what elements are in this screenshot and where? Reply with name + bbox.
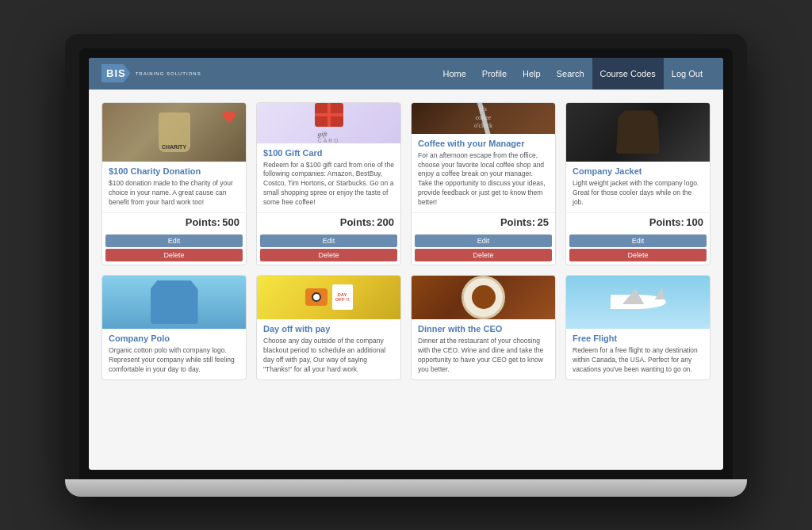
card-giftcard: gift CARD $100 Gift Card Redeem for a $1… (256, 102, 401, 265)
card-image-charity: CHARITY (102, 103, 246, 162)
plate-icon (462, 276, 505, 319)
nav-link-home[interactable]: Home (435, 58, 474, 90)
plane-body (611, 295, 666, 309)
card-desc-polo: Organic cotton polo with company logo. R… (102, 346, 246, 379)
points-label: Points: (500, 216, 535, 228)
nav-item-course-codes[interactable]: Course Codes (592, 58, 664, 90)
edit-button-giftcard[interactable]: Edit (260, 234, 397, 247)
card-points-giftcard: Points: 200 (257, 212, 400, 231)
card-dayoff: DAY OFF !! Day off with pay Choose any d… (256, 275, 401, 380)
points-label: Points: (649, 216, 684, 228)
screen-bezel: BIS TRAINING SOLUTIONS Home Profile Help… (79, 48, 733, 479)
card-image-flight (566, 276, 710, 329)
card-image-polo (102, 276, 246, 329)
jacket-shape-icon (616, 110, 660, 154)
nav-item-search[interactable]: Search (549, 58, 592, 90)
points-value: 500 (222, 216, 239, 228)
card-title-giftcard: $100 Gift Card (257, 143, 400, 161)
laptop-outer: BIS TRAINING SOLUTIONS Home Profile Help… (65, 34, 747, 497)
delete-button-charity[interactable]: Delete (105, 249, 243, 261)
card-image-giftcard: gift CARD (257, 103, 400, 143)
card-title-charity: $100 Charity Donation (102, 162, 246, 179)
edit-button-jacket[interactable]: Edit (569, 234, 707, 247)
card-desc-charity: $100 donation made to the charity of you… (102, 179, 246, 212)
card-title-flight: Free Flight (566, 329, 710, 346)
gift-card-sublabel: CARD (318, 138, 340, 143)
card-image-jacket (566, 103, 710, 162)
card-title-dayoff: Day off with pay (257, 319, 400, 337)
laptop-base (65, 479, 747, 497)
nav-links: Home Profile Help Search Course Codes Lo… (435, 58, 710, 90)
logo-sub-text: TRAINING SOLUTIONS (136, 71, 201, 76)
card-desc-jacket: Light weight jacket with the company log… (566, 179, 710, 212)
card-image-dinner (412, 276, 555, 319)
card-actions-giftcard: Edit Delete (257, 231, 400, 265)
card-flight: Free Flight Redeem for a free flight to … (565, 275, 710, 380)
card-actions-charity: Edit Delete (102, 231, 246, 265)
card-image-dayoff: DAY OFF !! (257, 276, 400, 319)
logo-bis-text: BIS (106, 67, 126, 79)
plane-tail (655, 287, 665, 299)
delete-button-giftcard[interactable]: Delete (260, 249, 397, 261)
notepad-icon: DAY OFF !! (332, 284, 353, 310)
card-points-coffee: Points: 25 (412, 212, 555, 231)
plane-wing (622, 288, 645, 304)
nav-item-help[interactable]: Help (515, 58, 549, 90)
card-jacket: Company Jacket Light weight jacket with … (565, 102, 710, 265)
card-points-jacket: Points: 100 (566, 212, 710, 231)
card-desc-dinner: Dinner at the restaurant of your choosin… (412, 337, 555, 379)
points-label: Points: (340, 216, 375, 228)
nav-link-help[interactable]: Help (515, 58, 549, 90)
logo-text-block: TRAINING SOLUTIONS (136, 71, 201, 76)
nav-item-home[interactable]: Home (435, 58, 474, 90)
laptop-screen: BIS TRAINING SOLUTIONS Home Profile Help… (89, 58, 723, 470)
card-actions-coffee: Edit Delete (412, 231, 555, 265)
card-coffee: it's coffee o'clock Coffee with your Man… (411, 102, 556, 265)
edit-button-coffee[interactable]: Edit (415, 234, 552, 247)
gift-box-icon (315, 103, 343, 127)
nav-link-search[interactable]: Search (549, 58, 592, 90)
charity-heart-icon (222, 111, 236, 124)
card-dinner: Dinner with the CEO Dinner at the restau… (411, 275, 556, 380)
card-title-polo: Company Polo (102, 329, 246, 346)
nav-logo: BIS TRAINING SOLUTIONS (102, 64, 201, 82)
content-area: CHARITY $100 Charity Donation $100 donat… (89, 90, 723, 470)
card-title-coffee: Coffee with your Manager (412, 134, 555, 151)
charity-jar: CHARITY (159, 112, 190, 152)
points-value: 25 (538, 216, 549, 228)
card-title-dinner: Dinner with the CEO (412, 319, 555, 337)
food-icon (472, 285, 496, 309)
coffee-overlay-text: it's coffee o'clock (474, 105, 492, 130)
gift-card-label: gift (318, 130, 327, 138)
card-polo: Company Polo Organic cotton polo with co… (102, 275, 247, 380)
card-desc-coffee: For an afternoon escape from the office,… (412, 151, 555, 212)
nav-item-logout[interactable]: Log Out (664, 58, 710, 90)
card-desc-giftcard: Redeem for a $100 gift card from one of … (257, 161, 400, 212)
card-actions-jacket: Edit Delete (566, 231, 710, 265)
nav-link-logout[interactable]: Log Out (664, 58, 710, 90)
gift-card-text-block: gift CARD (318, 130, 340, 143)
card-points-charity: Points: 500 (102, 212, 246, 231)
card-charity: CHARITY $100 Charity Donation $100 donat… (102, 102, 247, 265)
cards-grid: CHARITY $100 Charity Donation $100 donat… (102, 102, 710, 380)
nav-item-profile[interactable]: Profile (474, 58, 515, 90)
points-value: 100 (686, 216, 703, 228)
polo-shape-icon (151, 280, 198, 324)
card-image-coffee: it's coffee o'clock (412, 103, 555, 134)
nav-link-profile[interactable]: Profile (474, 58, 515, 90)
card-desc-flight: Redeem for a free flight to any destinat… (566, 346, 710, 379)
navbar: BIS TRAINING SOLUTIONS Home Profile Help… (89, 58, 723, 90)
charity-label-text: CHARITY (160, 143, 188, 152)
card-desc-dayoff: Choose any day outside of the company bl… (257, 337, 400, 379)
camera-icon (305, 288, 327, 306)
delete-button-coffee[interactable]: Delete (415, 249, 552, 261)
nav-link-course-codes[interactable]: Course Codes (592, 58, 664, 90)
gift-ribbon-v (327, 103, 331, 127)
points-label: Points: (186, 216, 220, 228)
points-value: 200 (377, 216, 394, 228)
delete-button-jacket[interactable]: Delete (569, 249, 707, 261)
edit-button-charity[interactable]: Edit (105, 234, 243, 247)
card-title-jacket: Company Jacket (566, 162, 710, 179)
camera-lens (312, 292, 321, 302)
plane-icon (611, 295, 666, 309)
